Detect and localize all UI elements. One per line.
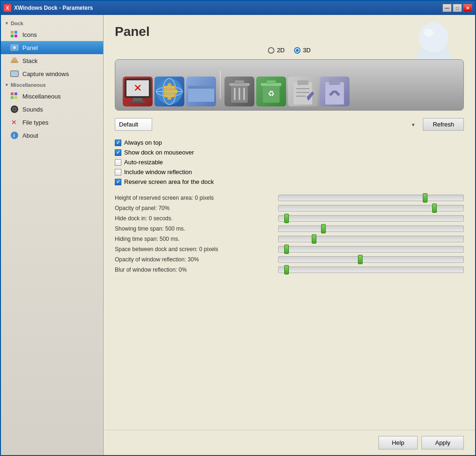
title-buttons: — □ ✕: [442, 4, 472, 12]
minimize-button[interactable]: —: [442, 4, 452, 12]
svg-text:✕: ✕: [133, 82, 142, 94]
slider-space-between-thumb[interactable]: [284, 245, 289, 254]
checkbox-always-on-top[interactable]: Always on top: [115, 139, 464, 146]
stack-label: Stack: [22, 57, 38, 64]
radio-3d-circle: [294, 47, 301, 54]
svg-point-5: [13, 46, 16, 49]
svg-rect-49: [325, 82, 344, 105]
icons-icon: [10, 30, 19, 39]
sidebar-item-panel[interactable]: Panel: [1, 41, 103, 54]
slider-hiding-time-track[interactable]: [278, 236, 464, 242]
slider-space-between-track[interactable]: [278, 246, 464, 253]
slider-opacity-reflection-label: Opacity of window reflection: 30%: [115, 256, 278, 263]
slider-hide-dock: Hide dock in: 0 secods.: [115, 215, 464, 222]
theme-dropdown[interactable]: Default: [115, 118, 152, 131]
slider-hiding-time-thumb[interactable]: [312, 234, 316, 244]
slider-height-reserved-thumb[interactable]: [423, 193, 427, 203]
refresh-button[interactable]: Refresh: [423, 118, 464, 131]
checkbox-auto-resizable-box: [115, 159, 121, 166]
slider-opacity-panel-track[interactable]: [278, 205, 464, 211]
svg-rect-42: [266, 80, 276, 84]
panel-label: Panel: [22, 44, 38, 51]
checkbox-show-dock[interactable]: Show dock on mouseover: [115, 149, 464, 156]
svg-point-23: [419, 22, 448, 52]
misc-section-header: Miscellaneous: [1, 80, 103, 90]
svg-rect-10: [12, 72, 17, 76]
slider-showing-time-label: Showing time span: 500 ms.: [115, 225, 278, 232]
sidebar-item-sounds[interactable]: Sounds: [1, 103, 103, 116]
app-icon: X: [4, 4, 11, 12]
dropdown-row: Default Refresh: [115, 118, 464, 131]
checkbox-window-reflection[interactable]: Include window reflection: [115, 168, 464, 175]
maximize-button[interactable]: □: [453, 4, 462, 12]
dropdown-wrapper: Default: [115, 118, 419, 131]
svg-text:i: i: [14, 133, 15, 138]
checkbox-reserve-screen[interactable]: Reserve screen area for the dock: [115, 178, 464, 185]
close-button[interactable]: ✕: [463, 4, 472, 12]
title-bar-left: X XWindows Dock - Parameters: [4, 4, 93, 12]
misc-icon: [10, 92, 19, 100]
dock-icon-clipboard1: [288, 77, 318, 106]
checkbox-show-dock-label: Show dock on mouseover: [124, 149, 194, 156]
misc-label: Miscellaneous: [22, 93, 61, 100]
svg-rect-50: [329, 80, 340, 85]
dock-icon-trash2-recycle: ♻: [256, 77, 286, 106]
window-title: XWindows Dock - Parameters: [14, 5, 93, 11]
sidebar-item-capture[interactable]: Capture windows: [1, 67, 103, 80]
sounds-icon: [10, 105, 19, 113]
radio-2d-label: 2D: [277, 47, 285, 54]
slider-opacity-panel-thumb[interactable]: [432, 203, 437, 213]
svg-rect-29: [130, 101, 145, 103]
slider-opacity-reflection-track[interactable]: [278, 256, 464, 263]
main-area: Panel: [104, 15, 475, 455]
radio-2d-option[interactable]: 2D: [268, 47, 285, 54]
svg-rect-6: [11, 61, 18, 63]
dock-visual: ✕: [115, 59, 464, 111]
slider-blur-reflection-label: Blur of window reflection: 0%: [115, 267, 278, 273]
svg-rect-45: [297, 80, 308, 85]
slider-height-reserved: Height of reserved screen area: 0 pixels: [115, 195, 464, 201]
slider-hiding-time-label: Hiding time span: 500 ms.: [115, 236, 278, 242]
main-window: X XWindows Dock - Parameters — □ ✕ Dock: [0, 0, 476, 456]
slider-blur-reflection-track[interactable]: [278, 267, 464, 273]
slider-opacity-reflection: Opacity of window reflection: 30%: [115, 256, 464, 263]
slider-hide-dock-thumb[interactable]: [284, 214, 289, 223]
svg-text:♻: ♻: [268, 90, 274, 98]
help-button[interactable]: Help: [378, 436, 418, 449]
svg-rect-8: [13, 57, 16, 59]
checkbox-reserve-screen-box: [115, 179, 121, 185]
dock-icon-clipboard2: [320, 77, 350, 106]
stack-icon: [10, 56, 19, 65]
slider-hide-dock-track[interactable]: [278, 215, 464, 222]
sounds-label: Sounds: [22, 106, 43, 113]
svg-rect-44: [294, 82, 312, 105]
slider-blur-reflection-thumb[interactable]: [284, 265, 289, 274]
checkbox-auto-resizable[interactable]: Auto-resizable: [115, 159, 464, 166]
svg-point-24: [424, 29, 434, 36]
dock-divider: [220, 71, 221, 99]
slider-blur-reflection: Blur of window reflection: 0%: [115, 267, 464, 273]
svg-rect-13: [11, 96, 14, 99]
sidebar-item-stack[interactable]: Stack: [1, 54, 103, 67]
slider-height-reserved-track[interactable]: [278, 195, 464, 201]
svg-rect-11: [11, 92, 14, 95]
radio-3d-option[interactable]: 3D: [294, 47, 311, 54]
dock-icon-monitor: ✕: [123, 77, 153, 106]
sidebar-item-miscellaneous[interactable]: Miscellaneous: [1, 90, 103, 103]
svg-text:✕: ✕: [11, 119, 17, 126]
sidebar-item-filetypes[interactable]: ✕ File types: [1, 116, 103, 129]
slider-showing-time-thumb[interactable]: [321, 224, 326, 233]
slider-opacity-reflection-thumb[interactable]: [358, 255, 363, 264]
svg-rect-7: [12, 59, 17, 61]
dock-icon-globe: [154, 77, 184, 106]
sidebar-item-icons[interactable]: Icons: [1, 28, 103, 41]
slider-showing-time-track[interactable]: [278, 225, 464, 232]
radio-3d-label: 3D: [303, 47, 311, 54]
slider-opacity-panel: Opacity of panel: 70%: [115, 205, 464, 211]
panel-header-area: Panel: [115, 24, 464, 39]
sidebar-item-about[interactable]: i About: [1, 129, 103, 142]
main-content: Panel: [104, 15, 475, 430]
apply-button[interactable]: Apply: [421, 436, 464, 449]
checkbox-window-reflection-box: [115, 169, 121, 175]
slider-space-between: Space between dock and screen: 0 pixels: [115, 246, 464, 253]
